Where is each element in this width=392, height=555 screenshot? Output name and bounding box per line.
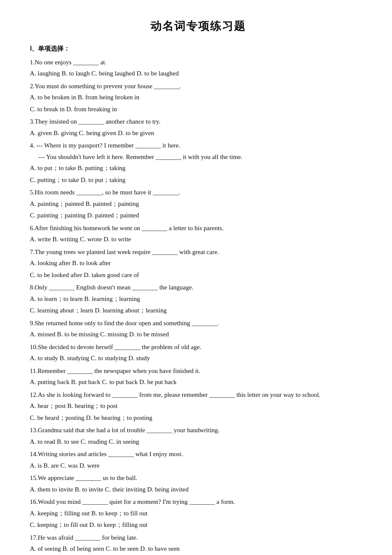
question-stem: 17.He was afraid ________ for being late… [30, 532, 366, 543]
question-block: 9.She returned home only to find the doo… [30, 318, 366, 340]
option-row: C. keeping；to fill out D. to keep；fillin… [30, 520, 366, 531]
option-row: A. putting back B. put back C. to put ba… [30, 377, 366, 388]
question-stem: 1.No one enjoys ________ at. [30, 57, 366, 68]
option-row: A. keeping；filling out B. to keep；to fil… [30, 508, 366, 519]
question-block: 13.Grandma said that she had a lot of tr… [30, 425, 366, 447]
option-row: A. to read B. to see C. reading C. in se… [30, 436, 366, 448]
option-row: A. looking after B. to look after [30, 258, 366, 269]
option-row: A. given B. giving C. being given D. to … [30, 128, 366, 139]
questions-container: 1.No one enjoys ________ at.A. laughing … [30, 57, 366, 555]
question-block: 6.After finishing his homework he went o… [30, 223, 366, 245]
question-stem: 9.She returned home only to find the doo… [30, 318, 366, 329]
question-stem: 3.They insisted on ________ another chan… [30, 116, 366, 127]
question-stem: 5.His room needs ________, so he must ha… [30, 187, 366, 198]
question-stem: 13.Grandma said that she had a lot of tr… [30, 425, 366, 436]
option-row: A. painting；painted B. painted；painting [30, 199, 366, 210]
option-row: A. write B. writing C. wrote D. to write [30, 234, 366, 245]
question-block: 11.Remember ________ the newspaper when … [30, 366, 366, 388]
question-block: 10.She decided to devote herself _______… [30, 342, 366, 364]
question-stem: 4. --- Where is my passport? I remember … [30, 140, 366, 151]
option-row: A. is B. are C. was D. were [30, 460, 366, 471]
option-row: A. hear；post B. hearing；to post [30, 401, 366, 412]
question-block: 3.They insisted on ________ another chan… [30, 116, 366, 139]
question-stem: 11.Remember ________ the newspaper when … [30, 366, 366, 377]
option-row: C. painting；painting D. painted；painted [30, 210, 366, 221]
option-row: C. be heard；posting D. be hearing；to pos… [30, 413, 366, 424]
option-row: A. to be broken in B. from being broken … [30, 92, 366, 103]
question-block: 16.Would you mind ________ quiet for a m… [30, 497, 366, 531]
page-title: 动名词专项练习题 [30, 17, 366, 36]
option-row: A. to study B. studying C. to studying D… [30, 353, 366, 364]
option-row: A. laughing B. to laugh C. being laughed… [30, 68, 366, 79]
question-block: 5.His room needs ________, so he must ha… [30, 187, 366, 221]
question-stem: 16.Would you mind ________ quiet for a m… [30, 497, 366, 508]
option-row: C. to break in D. from breaking in [30, 104, 366, 115]
question-stem: 10.She decided to devote herself _______… [30, 342, 366, 353]
question-block: 8.Only ________ English doesn't mean ___… [30, 282, 366, 316]
question-stem: 15.We appreciate ________ us to the ball… [30, 473, 366, 484]
question-stem: 12.As she is looking forward to ________… [30, 390, 366, 401]
section1-header: Ⅰ、单项选择： [30, 43, 366, 55]
option-row: A. them to invite B. to invite C. their … [30, 484, 366, 495]
option-row: A. to put；to take B. putting；taking [30, 163, 366, 174]
option-row: A. of seeing B. of being seen C. to be s… [30, 543, 366, 555]
question-block: 2.You must do something to prevent your … [30, 81, 366, 115]
option-row: A. to learn；to learn B. learning；learnin… [30, 294, 366, 305]
question-block: 4. --- Where is my passport? I remember … [30, 140, 366, 185]
option-row: C. to be looked after D. taken good care… [30, 270, 366, 281]
question-block: 12.As she is looking forward to ________… [30, 390, 366, 424]
question-block: 14.Writing stories and articles ________… [30, 449, 366, 471]
question-stem: 2.You must do something to prevent your … [30, 81, 366, 92]
question-stem: 14.Writing stories and articles ________… [30, 449, 366, 460]
question-stem: 8.Only ________ English doesn't mean ___… [30, 282, 366, 293]
option-row: C. learning about；learn D. learning abou… [30, 305, 366, 316]
question-block: 7.The young trees we planted last week r… [30, 247, 366, 281]
question-stem: 6.After finishing his homework he went o… [30, 223, 366, 234]
question-block: 1.No one enjoys ________ at.A. laughing … [30, 57, 366, 79]
question-block: 15.We appreciate ________ us to the ball… [30, 473, 366, 495]
question-stem: 7.The young trees we planted last week r… [30, 247, 366, 258]
question-stem2: --- You shouldn't have left it here. Rem… [38, 152, 366, 163]
question-block: 17.He was afraid ________ for being late… [30, 532, 366, 555]
option-row: A. missed B. to be missing C. missing D.… [30, 329, 366, 340]
option-row: C. putting；to take D. to put；taking [30, 175, 366, 186]
